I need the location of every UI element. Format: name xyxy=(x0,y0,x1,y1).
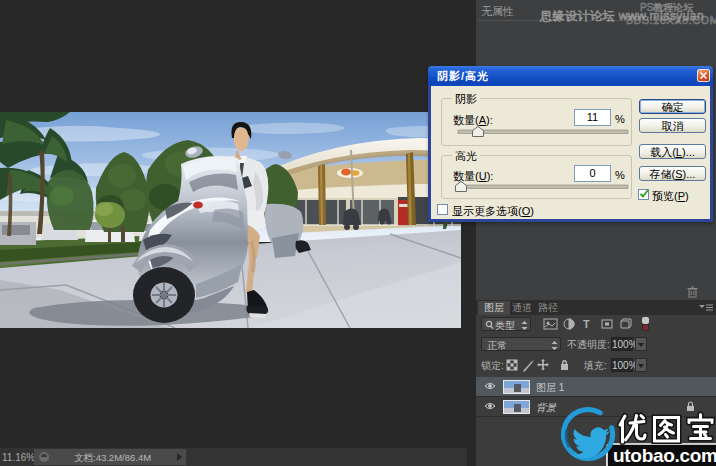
svg-text:T: T xyxy=(583,318,590,330)
svg-text:utobao.com: utobao.com xyxy=(613,445,716,466)
